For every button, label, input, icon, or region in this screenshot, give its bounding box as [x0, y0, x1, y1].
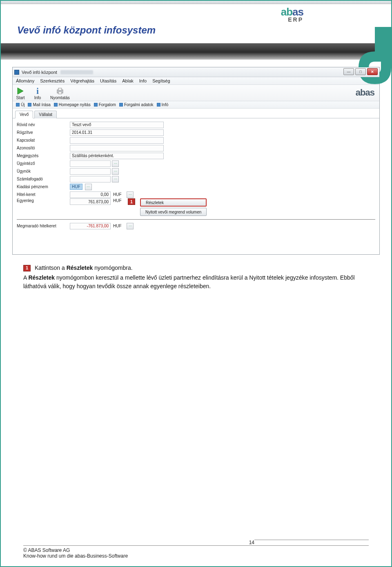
page-top-bar [1, 1, 391, 4]
toolbar-start[interactable]: Start [16, 87, 25, 100]
printer-icon [56, 87, 65, 96]
input-egyenleg[interactable]: 761.873,00 [70, 198, 111, 205]
input-rovid-nev[interactable]: Teszt vevő [70, 122, 164, 128]
info-icon: i [33, 87, 42, 96]
menu-utasitas[interactable]: Utasítás [100, 78, 116, 83]
input-szamlafogado[interactable] [70, 176, 111, 182]
toolbar-info[interactable]: i Info [33, 87, 42, 100]
qb-homepage[interactable]: Homepage nyitás [54, 102, 91, 107]
label-penznem: Kiadási pénznem [17, 185, 70, 189]
qb-mail[interactable]: Mail írása [28, 102, 50, 107]
svg-rect-2 [58, 88, 62, 90]
menu-allomany[interactable]: Állomány [16, 78, 34, 83]
callout-marker-1-inline: 1 [23, 265, 31, 271]
erp-logo: abas ERP [281, 6, 303, 23]
menu-ablak[interactable]: Ablak [122, 78, 134, 83]
label-megjegyzes: Megjegyzés [17, 153, 70, 158]
picker-icon[interactable]: ⋯ [112, 160, 119, 167]
window-titlebar: Vevő infó központ — □ ✕ [13, 67, 379, 77]
maximize-button[interactable]: □ [355, 68, 366, 75]
label-ugynok: Ügynök [17, 169, 70, 173]
qb-info[interactable]: Infó [157, 102, 169, 107]
picker-icon[interactable]: ⋯ [127, 223, 134, 229]
qb-uj[interactable]: Új [16, 102, 24, 107]
input-ugynok[interactable] [70, 168, 111, 175]
currency-huf: HUF [113, 198, 125, 203]
currency-huf: HUF [113, 224, 125, 228]
callout-marker-1: 1 [128, 198, 135, 205]
input-ugyintezo[interactable] [70, 160, 111, 167]
form-divider [17, 219, 375, 220]
input-rogzitve[interactable]: 2014.01.31 [70, 129, 164, 136]
label-egyenleg: Egyenleg [17, 198, 70, 203]
quickbar: Új Mail írása Homepage nyitás Forgalom F… [13, 101, 379, 109]
form-area: Rövid név Teszt vevő Rögzítve 2014.01.31… [13, 118, 379, 254]
input-hitel[interactable]: 0,00 [70, 191, 111, 198]
menu-segitseg[interactable]: Segítség [152, 78, 170, 83]
input-kapcsolat[interactable] [70, 137, 164, 144]
banner-divider [1, 43, 391, 60]
instruction-text: 1 Kattintson a Részletek nyomógombra. A … [23, 264, 369, 290]
title-blur [60, 70, 93, 74]
label-szamlafogado: Számlafogadó [17, 177, 70, 181]
input-azonosito[interactable] [70, 145, 164, 151]
toolbar-print[interactable]: Nyomtatás [50, 87, 70, 100]
window-title: Vevő infó központ [22, 70, 57, 75]
label-kapcsolat: Kapcsolat [17, 138, 70, 142]
qb-forgalom[interactable]: Forgalom [94, 102, 116, 107]
label-rovid-nev: Rövid név [17, 122, 70, 127]
page-footer: 14 © ABAS Software AG Know-how rund um d… [23, 540, 369, 559]
label-ugyintezo: Ügyintéző [17, 161, 70, 166]
reszletek-button[interactable]: Részletek [140, 198, 207, 207]
currency-huf: HUF [113, 192, 125, 197]
picker-icon[interactable]: ⋯ [127, 191, 134, 198]
label-hitel: Hitel-keret [17, 192, 70, 197]
menubar: Állomány Szerkesztés Végrehajtás Utasítá… [13, 77, 379, 85]
picker-icon[interactable]: ⋯ [85, 184, 92, 190]
footer-tagline: Know-how rund um die abas-Business-Softw… [23, 553, 369, 559]
minimize-button[interactable]: — [343, 68, 354, 75]
input-megmarado[interactable]: -761.873,00 [70, 223, 111, 229]
menu-vegrehajtas[interactable]: Végrehajtás [70, 78, 94, 83]
label-rogzitve: Rögzítve [17, 130, 70, 135]
picker-icon[interactable]: ⋯ [112, 168, 119, 175]
picker-icon[interactable]: ⋯ [112, 176, 119, 182]
play-icon [16, 87, 25, 96]
app-icon [14, 70, 19, 75]
currency-badge[interactable]: HUF [70, 184, 82, 190]
page-title: Vevő infó központ infosystem [17, 24, 391, 36]
footer-copyright: © ABAS Software AG [23, 547, 369, 553]
nyitott-volumen-button[interactable]: Nyitott vevői megrend volumen [140, 208, 207, 216]
tab-strip: Vevő Vállalat [13, 109, 379, 118]
tab-vevo[interactable]: Vevő [15, 111, 33, 118]
tab-vallalat[interactable]: Vállalat [34, 111, 57, 118]
app-window-screenshot: Vevő infó központ — □ ✕ Állomány Szerkes… [12, 67, 380, 255]
input-megjegyzes[interactable]: Szállítás péntekenként. [70, 153, 164, 159]
close-button[interactable]: ✕ [367, 68, 378, 75]
toolbar: Start i Info Nyomtatás abas [13, 85, 379, 101]
label-azonosito: Azonosító [17, 146, 70, 150]
svg-marker-0 [18, 88, 23, 94]
abas-logo: abas [356, 87, 374, 98]
qb-forgalmi[interactable]: Forgalmi adatok [119, 102, 154, 107]
menu-szerkesztes[interactable]: Szerkesztés [40, 78, 65, 83]
page-number: 14 [23, 540, 369, 545]
menu-info[interactable]: Info [139, 78, 147, 83]
svg-rect-3 [58, 92, 62, 94]
label-megmarado: Megmaradó hitelkeret [17, 224, 70, 228]
